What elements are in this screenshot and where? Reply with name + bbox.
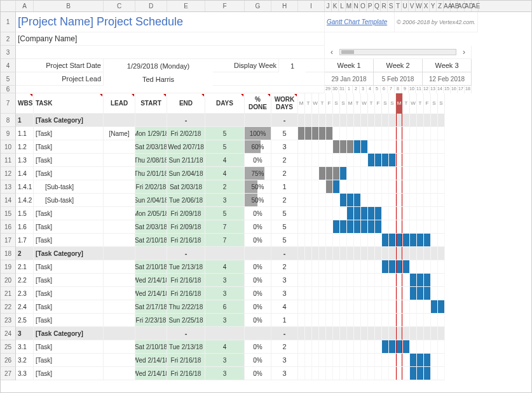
cell-workdays[interactable]: 5 (271, 234, 298, 247)
cell-days[interactable] (205, 327, 245, 340)
cell-days[interactable]: 4 (205, 154, 245, 167)
row-header-3[interactable]: 3 (1, 46, 16, 59)
cell-lead[interactable]: [Name] (104, 127, 135, 140)
cell-wbs[interactable]: 1.5 (16, 207, 34, 220)
cell-days[interactable]: 3 (205, 194, 245, 207)
col-header-AE[interactable]: AE (472, 1, 479, 11)
company-name[interactable]: [Company Name] (16, 32, 325, 46)
cell-wbs[interactable]: 1.3 (16, 154, 34, 167)
cell-workdays[interactable]: 1 (271, 314, 298, 327)
cell-workdays[interactable]: 3 (271, 140, 298, 154)
row-header-6[interactable]: 6 (1, 86, 16, 93)
col-header-W[interactable]: W (416, 1, 423, 11)
cell-start[interactable]: Sat 2/10/18 (135, 234, 167, 247)
cell-start[interactable]: Fri 2/23/18 (135, 314, 167, 327)
cell-wbs[interactable]: 3 (16, 327, 34, 340)
cell-end[interactable]: Thu 2/22/18 (167, 300, 205, 314)
row-header-1[interactable]: 1 (1, 12, 16, 32)
cell-pct[interactable]: 0% (245, 234, 271, 247)
col-header-D[interactable]: D (135, 1, 167, 11)
cell-pct[interactable]: 0% (245, 274, 271, 287)
cell-days[interactable] (205, 247, 245, 260)
cell-wbs[interactable]: 3.2 (16, 354, 34, 367)
cell-days[interactable]: 3 (205, 354, 245, 367)
cell-start[interactable]: Sat 2/17/18 (135, 300, 167, 314)
col-header-I[interactable]: I (298, 1, 325, 11)
col-header-B[interactable]: B (34, 1, 104, 11)
row-header-22[interactable]: 22 (1, 300, 16, 314)
row-header-8[interactable]: 8 (1, 114, 16, 127)
input-start-date[interactable]: 1/29/2018 (Monday) (104, 59, 213, 72)
cell-lead[interactable] (104, 194, 135, 207)
header-start[interactable]: START (135, 93, 167, 114)
cell-days[interactable]: 7 (205, 234, 245, 247)
cell-start[interactable]: Sat 2/10/18 (135, 260, 167, 274)
col-header-X[interactable]: X (423, 1, 430, 11)
header-lead[interactable]: LEAD (104, 93, 135, 114)
cell-lead[interactable] (104, 220, 135, 234)
project-title[interactable]: [Project Name] Project Schedule (16, 12, 325, 32)
cell-task[interactable]: [Task] (34, 234, 104, 247)
cell-task[interactable]: [Task] (34, 340, 104, 354)
cell-days[interactable]: 3 (205, 367, 245, 380)
cell-lead[interactable] (104, 154, 135, 167)
cell-start[interactable]: Fri 2/02/18 (135, 180, 167, 194)
row-header-23[interactable]: 23 (1, 314, 16, 327)
cell-end[interactable]: - (167, 327, 205, 340)
cell-task[interactable]: [Task] (34, 140, 104, 154)
cell-days[interactable]: 3 (205, 274, 245, 287)
cell-end[interactable]: Sat 2/03/18 (167, 180, 205, 194)
cell-pct[interactable]: 60% (245, 140, 271, 154)
cell-lead[interactable] (104, 300, 135, 314)
col-header-S[interactable]: S (388, 1, 395, 11)
col-header-J[interactable]: J (325, 1, 332, 11)
col-header-Z[interactable]: Z (437, 1, 444, 11)
row-header-16[interactable]: 16 (1, 220, 16, 234)
cell-lead[interactable] (104, 247, 135, 260)
cell-end[interactable]: Fri 2/16/18 (167, 274, 205, 287)
cell-end[interactable]: Sun 2/04/18 (167, 167, 205, 180)
cell-workdays[interactable]: - (271, 247, 298, 260)
cell-end[interactable]: Fri 2/09/18 (167, 220, 205, 234)
col-header-C[interactable]: C (104, 1, 135, 11)
cell-end[interactable]: Tue 2/13/18 (167, 260, 205, 274)
cell-pct[interactable] (245, 114, 271, 127)
header-end[interactable]: END (167, 93, 205, 114)
col-header-F[interactable]: F (205, 1, 245, 11)
row-header-9[interactable]: 9 (1, 127, 16, 140)
cell-pct[interactable]: 0% (245, 314, 271, 327)
cell-start[interactable] (135, 327, 167, 340)
row-header-11[interactable]: 11 (1, 154, 16, 167)
cell-pct[interactable]: 50% (245, 180, 271, 194)
cell-workdays[interactable]: 5 (271, 207, 298, 220)
cell-lead[interactable] (104, 354, 135, 367)
input-project-lead[interactable]: Ted Harris (104, 72, 213, 86)
cell-start[interactable]: Sat 2/10/18 (135, 340, 167, 354)
cell-start[interactable] (135, 247, 167, 260)
col-header-AA[interactable]: AA (444, 1, 451, 11)
cell-wbs[interactable]: 1.4.1 (16, 180, 34, 194)
cell-pct[interactable]: 0% (245, 340, 271, 354)
cell-task[interactable]: [Task] (34, 207, 104, 220)
cell-pct[interactable]: 0% (245, 367, 271, 380)
cell-workdays[interactable]: 3 (271, 287, 298, 300)
cell-days[interactable] (205, 114, 245, 127)
cell-wbs[interactable]: 1.1 (16, 127, 34, 140)
cell-days[interactable]: 5 (205, 207, 245, 220)
cell-wbs[interactable]: 1.2 (16, 140, 34, 154)
cell-pct[interactable]: 0% (245, 354, 271, 367)
cell-start[interactable]: Mon 1/29/18 (135, 127, 167, 140)
col-header-corner[interactable] (1, 1, 16, 11)
header-wbs[interactable]: WBS (16, 93, 34, 114)
cell-pct[interactable]: 50% (245, 194, 271, 207)
cell-workdays[interactable]: 3 (271, 367, 298, 380)
cell-end[interactable]: Fri 2/16/18 (167, 287, 205, 300)
cell-wbs[interactable]: 2.2 (16, 274, 34, 287)
cell-wbs[interactable]: 2.4 (16, 300, 34, 314)
cell-pct[interactable]: 0% (245, 300, 271, 314)
cell-lead[interactable] (104, 327, 135, 340)
cell-workdays[interactable]: 3 (271, 354, 298, 367)
cell-lead[interactable] (104, 140, 135, 154)
cell-task[interactable]: [Task] (34, 300, 104, 314)
cell-end[interactable]: Sun 2/11/18 (167, 154, 205, 167)
